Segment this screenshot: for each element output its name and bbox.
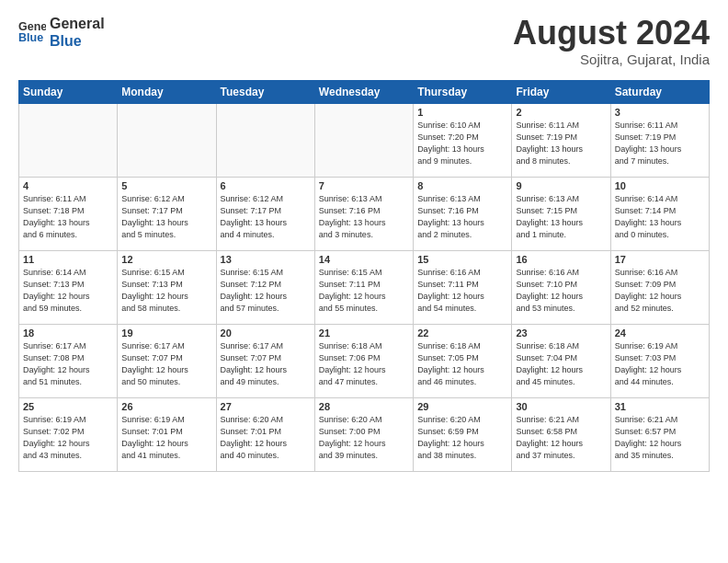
calendar-cell: 23Sunrise: 6:18 AM Sunset: 7:04 PM Dayli… <box>512 324 610 397</box>
day-info: Sunrise: 6:13 AM Sunset: 7:16 PM Dayligh… <box>417 193 507 241</box>
day-number: 19 <box>121 327 211 339</box>
day-info: Sunrise: 6:16 AM Sunset: 7:09 PM Dayligh… <box>615 267 705 315</box>
header-monday: Monday <box>118 80 216 103</box>
day-info: Sunrise: 6:16 AM Sunset: 7:11 PM Dayligh… <box>417 267 507 315</box>
day-info: Sunrise: 6:11 AM Sunset: 7:18 PM Dayligh… <box>23 193 113 241</box>
calendar-cell: 14Sunrise: 6:15 AM Sunset: 7:11 PM Dayli… <box>314 250 413 324</box>
calendar-cell: 1Sunrise: 6:10 AM Sunset: 7:20 PM Daylig… <box>414 103 512 177</box>
header-saturday: Saturday <box>610 80 709 103</box>
day-info: Sunrise: 6:20 AM Sunset: 6:59 PM Dayligh… <box>417 414 507 462</box>
day-number: 15 <box>417 254 507 265</box>
calendar-cell: 16Sunrise: 6:16 AM Sunset: 7:10 PM Dayli… <box>512 250 610 324</box>
day-number: 23 <box>516 327 606 339</box>
day-number: 8 <box>417 180 507 191</box>
calendar-cell <box>314 103 413 177</box>
header-tuesday: Tuesday <box>216 80 314 103</box>
day-info: Sunrise: 6:19 AM Sunset: 7:03 PM Dayligh… <box>615 340 705 388</box>
page: General Blue General Blue August 2024 So… <box>0 0 728 563</box>
day-info: Sunrise: 6:20 AM Sunset: 7:01 PM Dayligh… <box>221 414 311 462</box>
week-row-5: 25Sunrise: 6:19 AM Sunset: 7:02 PM Dayli… <box>19 397 710 471</box>
title-block: August 2024 Sojitra, Gujarat, India <box>513 15 710 67</box>
day-number: 28 <box>319 401 409 412</box>
calendar-cell: 4Sunrise: 6:11 AM Sunset: 7:18 PM Daylig… <box>19 177 118 250</box>
day-number: 10 <box>615 180 705 191</box>
calendar-cell: 3Sunrise: 6:11 AM Sunset: 7:19 PM Daylig… <box>610 103 709 177</box>
logo: General Blue General Blue <box>18 15 105 50</box>
calendar-cell: 7Sunrise: 6:13 AM Sunset: 7:16 PM Daylig… <box>314 177 413 250</box>
day-number: 29 <box>417 401 507 412</box>
calendar-cell: 8Sunrise: 6:13 AM Sunset: 7:16 PM Daylig… <box>414 177 512 250</box>
calendar-cell: 17Sunrise: 6:16 AM Sunset: 7:09 PM Dayli… <box>610 250 709 324</box>
calendar-cell: 6Sunrise: 6:12 AM Sunset: 7:17 PM Daylig… <box>216 177 314 250</box>
day-info: Sunrise: 6:12 AM Sunset: 7:17 PM Dayligh… <box>121 193 211 241</box>
day-info: Sunrise: 6:17 AM Sunset: 7:08 PM Dayligh… <box>23 340 113 388</box>
week-row-4: 18Sunrise: 6:17 AM Sunset: 7:08 PM Dayli… <box>19 324 710 397</box>
day-info: Sunrise: 6:12 AM Sunset: 7:17 PM Dayligh… <box>221 193 311 241</box>
calendar-cell: 5Sunrise: 6:12 AM Sunset: 7:17 PM Daylig… <box>118 177 216 250</box>
header: General Blue General Blue August 2024 So… <box>18 15 710 67</box>
calendar-cell <box>216 103 314 177</box>
calendar-cell: 10Sunrise: 6:14 AM Sunset: 7:14 PM Dayli… <box>610 177 709 250</box>
calendar-cell: 26Sunrise: 6:19 AM Sunset: 7:01 PM Dayli… <box>118 397 216 471</box>
week-row-2: 4Sunrise: 6:11 AM Sunset: 7:18 PM Daylig… <box>19 177 710 250</box>
day-info: Sunrise: 6:11 AM Sunset: 7:19 PM Dayligh… <box>516 120 606 167</box>
day-info: Sunrise: 6:11 AM Sunset: 7:19 PM Dayligh… <box>615 120 705 167</box>
day-info: Sunrise: 6:18 AM Sunset: 7:06 PM Dayligh… <box>319 340 409 388</box>
day-number: 22 <box>417 327 507 339</box>
day-info: Sunrise: 6:20 AM Sunset: 7:00 PM Dayligh… <box>319 414 409 462</box>
calendar-cell: 20Sunrise: 6:17 AM Sunset: 7:07 PM Dayli… <box>216 324 314 397</box>
logo-icon: General Blue <box>18 18 46 46</box>
header-sunday: Sunday <box>19 80 118 103</box>
day-info: Sunrise: 6:16 AM Sunset: 7:10 PM Dayligh… <box>516 267 606 315</box>
day-info: Sunrise: 6:13 AM Sunset: 7:15 PM Dayligh… <box>516 193 606 241</box>
day-number: 2 <box>516 107 606 118</box>
day-number: 21 <box>319 327 409 339</box>
day-number: 16 <box>516 254 606 265</box>
day-number: 13 <box>221 254 311 265</box>
calendar-cell: 11Sunrise: 6:14 AM Sunset: 7:13 PM Dayli… <box>19 250 118 324</box>
calendar-cell: 15Sunrise: 6:16 AM Sunset: 7:11 PM Dayli… <box>414 250 512 324</box>
day-number: 11 <box>23 254 113 265</box>
calendar: Sunday Monday Tuesday Wednesday Thursday… <box>18 80 710 472</box>
calendar-cell: 9Sunrise: 6:13 AM Sunset: 7:15 PM Daylig… <box>512 177 610 250</box>
logo-general: General <box>50 15 105 32</box>
calendar-cell: 13Sunrise: 6:15 AM Sunset: 7:12 PM Dayli… <box>216 250 314 324</box>
day-info: Sunrise: 6:17 AM Sunset: 7:07 PM Dayligh… <box>121 340 211 388</box>
calendar-cell: 24Sunrise: 6:19 AM Sunset: 7:03 PM Dayli… <box>610 324 709 397</box>
day-number: 30 <box>516 401 606 412</box>
day-info: Sunrise: 6:14 AM Sunset: 7:14 PM Dayligh… <box>615 193 705 241</box>
day-number: 27 <box>221 401 311 412</box>
calendar-cell: 19Sunrise: 6:17 AM Sunset: 7:07 PM Dayli… <box>118 324 216 397</box>
day-info: Sunrise: 6:13 AM Sunset: 7:16 PM Dayligh… <box>319 193 409 241</box>
day-number: 14 <box>319 254 409 265</box>
week-row-1: 1Sunrise: 6:10 AM Sunset: 7:20 PM Daylig… <box>19 103 710 177</box>
day-number: 9 <box>516 180 606 191</box>
calendar-cell: 28Sunrise: 6:20 AM Sunset: 7:00 PM Dayli… <box>314 397 413 471</box>
header-friday: Friday <box>512 80 610 103</box>
day-number: 1 <box>417 107 507 118</box>
day-number: 5 <box>121 180 211 191</box>
day-info: Sunrise: 6:21 AM Sunset: 6:58 PM Dayligh… <box>516 414 606 462</box>
calendar-cell <box>19 103 118 177</box>
day-number: 24 <box>615 327 705 339</box>
svg-text:Blue: Blue <box>18 31 43 44</box>
day-info: Sunrise: 6:10 AM Sunset: 7:20 PM Dayligh… <box>417 120 507 167</box>
calendar-cell: 31Sunrise: 6:21 AM Sunset: 6:57 PM Dayli… <box>610 397 709 471</box>
day-number: 25 <box>23 401 113 412</box>
calendar-cell <box>118 103 216 177</box>
calendar-cell: 25Sunrise: 6:19 AM Sunset: 7:02 PM Dayli… <box>19 397 118 471</box>
calendar-cell: 29Sunrise: 6:20 AM Sunset: 6:59 PM Dayli… <box>414 397 512 471</box>
day-number: 26 <box>121 401 211 412</box>
day-info: Sunrise: 6:21 AM Sunset: 6:57 PM Dayligh… <box>615 414 705 462</box>
calendar-cell: 12Sunrise: 6:15 AM Sunset: 7:13 PM Dayli… <box>118 250 216 324</box>
day-number: 18 <box>23 327 113 339</box>
day-info: Sunrise: 6:19 AM Sunset: 7:02 PM Dayligh… <box>23 414 113 462</box>
day-number: 31 <box>615 401 705 412</box>
day-info: Sunrise: 6:17 AM Sunset: 7:07 PM Dayligh… <box>221 340 311 388</box>
day-info: Sunrise: 6:15 AM Sunset: 7:11 PM Dayligh… <box>319 267 409 315</box>
weekday-header-row: Sunday Monday Tuesday Wednesday Thursday… <box>19 80 710 103</box>
logo-blue: Blue <box>50 32 105 50</box>
calendar-cell: 2Sunrise: 6:11 AM Sunset: 7:19 PM Daylig… <box>512 103 610 177</box>
header-thursday: Thursday <box>414 80 512 103</box>
day-number: 6 <box>221 180 311 191</box>
